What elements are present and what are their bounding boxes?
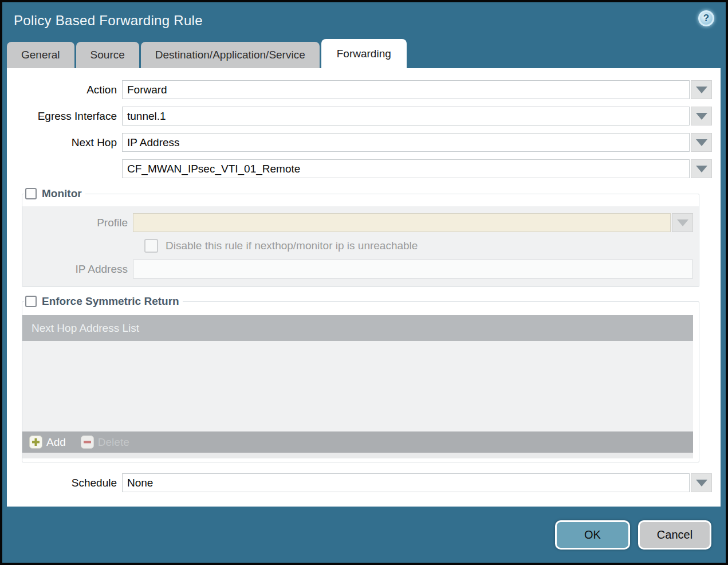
next-hop-address-select[interactable]: CF_MWAN_IPsec_VTI_01_Remote: [122, 159, 690, 178]
dialog-footer: OK Cancel: [2, 507, 726, 563]
dialog-titlebar: Policy Based Forwarding Rule ?: [2, 2, 726, 39]
table-footer: Add Delete: [22, 431, 693, 453]
tab-destination-application-service[interactable]: Destination/Application/Service: [141, 42, 320, 68]
delete-button-label: Delete: [98, 436, 129, 449]
action-select[interactable]: Forward: [122, 80, 690, 99]
symmetric-return-legend: Enforce Symmetric Return: [24, 295, 183, 308]
monitor-section: Monitor Profile Disable this rule if nex…: [22, 187, 699, 287]
egress-interface-dropdown-button[interactable]: [691, 107, 712, 125]
table-scrollbar-track[interactable]: [22, 453, 693, 458]
egress-interface-select[interactable]: tunnel.1: [122, 107, 690, 125]
disable-rule-checkbox: [144, 239, 158, 253]
disable-rule-label: Disable this rule if nexthop/monitor ip …: [166, 240, 418, 252]
schedule-label: Schedule: [7, 477, 122, 489]
delete-button: Delete: [81, 435, 129, 449]
chevron-down-icon: [696, 480, 707, 486]
monitor-ip-address-label: IP Address: [22, 263, 133, 276]
dialog-title: Policy Based Forwarding Rule: [2, 13, 203, 29]
minus-icon: [81, 435, 94, 449]
next-hop-type-select[interactable]: IP Address: [122, 133, 690, 152]
disable-rule-row: Disable this rule if nexthop/monitor ip …: [22, 239, 699, 253]
schedule-select[interactable]: None: [122, 473, 690, 492]
profile-row: Profile: [22, 213, 699, 232]
profile-label: Profile: [22, 217, 133, 229]
next-hop-type-dropdown-button[interactable]: [691, 133, 712, 152]
tab-forwarding[interactable]: Forwarding: [321, 39, 407, 68]
next-hop-address-list-table: Next Hop Address List Add: [22, 315, 693, 458]
egress-interface-label: Egress Interface: [7, 110, 122, 123]
next-hop-label: Next Hop: [7, 136, 122, 149]
next-hop-address-dropdown-button[interactable]: [691, 159, 712, 178]
table-column-header: Next Hop Address List: [22, 315, 693, 341]
tab-source[interactable]: Source: [76, 42, 139, 68]
monitor-checkbox[interactable]: [25, 188, 37, 199]
add-button[interactable]: Add: [29, 435, 66, 449]
egress-interface-row: Egress Interface tunnel.1: [7, 107, 712, 125]
pbf-rule-dialog: Policy Based Forwarding Rule ? General S…: [0, 0, 728, 565]
tab-general[interactable]: General: [7, 42, 74, 68]
chevron-down-icon: [677, 219, 688, 226]
monitor-body: Profile Disable this rule if nexthop/mon…: [22, 206, 699, 287]
symmetric-return-section: Enforce Symmetric Return Next Hop Addres…: [22, 295, 699, 462]
profile-select: [133, 213, 671, 232]
chevron-down-icon: [696, 113, 707, 120]
action-label: Action: [7, 84, 122, 96]
chevron-down-icon: [696, 87, 707, 93]
add-button-label: Add: [46, 436, 66, 449]
monitor-legend: Monitor: [24, 187, 85, 200]
table-body: [22, 341, 693, 431]
action-row: Action Forward: [7, 80, 712, 99]
symmetric-return-checkbox[interactable]: [25, 296, 37, 307]
plus-icon: [29, 435, 42, 449]
monitor-legend-label: Monitor: [42, 187, 82, 200]
symmetric-return-legend-label: Enforce Symmetric Return: [42, 295, 179, 308]
tab-bar: General Source Destination/Application/S…: [2, 39, 726, 68]
profile-dropdown-button: [672, 213, 693, 232]
ok-button[interactable]: OK: [555, 520, 630, 550]
chevron-down-icon: [696, 166, 707, 172]
next-hop-row: Next Hop IP Address: [7, 133, 712, 152]
monitor-ip-address-input: [133, 260, 693, 278]
cancel-button[interactable]: Cancel: [638, 520, 711, 550]
schedule-dropdown-button[interactable]: [691, 473, 712, 492]
forwarding-tab-panel: Action Forward Egress Interface tunnel.1…: [7, 68, 721, 508]
schedule-row: Schedule None: [7, 473, 712, 492]
chevron-down-icon: [696, 139, 707, 146]
help-icon[interactable]: ?: [698, 10, 714, 26]
monitor-ip-address-row: IP Address: [22, 260, 699, 278]
action-dropdown-button[interactable]: [691, 80, 712, 99]
next-hop-address-row: CF_MWAN_IPsec_VTI_01_Remote: [7, 159, 712, 178]
